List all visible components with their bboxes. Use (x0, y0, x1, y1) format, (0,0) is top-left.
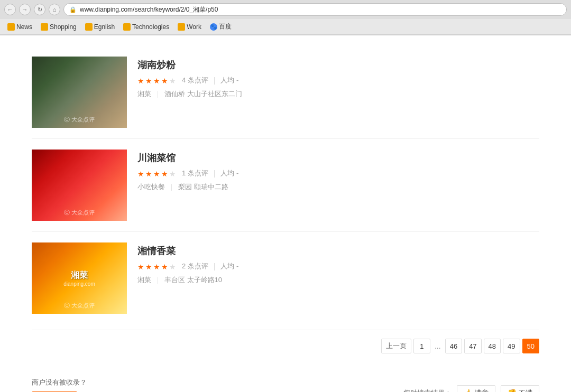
star-2-2: ★ (145, 170, 153, 177)
tag-divider-3: ｜ (154, 275, 161, 285)
stars-3: ★ ★ ★ ★ ★ (137, 263, 177, 270)
prev-page-button[interactable]: 上一页 (381, 339, 411, 353)
browser-nav: ← → ↻ ⌂ 🔒 www.dianping.com/search/keywor… (0, 0, 571, 19)
bookmark-label-work: Work (187, 23, 201, 31)
restaurant-info-2: 川湘菜馆 ★ ★ ★ ★ ★ 1 条点评 | 人均 - (137, 150, 539, 221)
restaurant-image-2[interactable]: Ⓒ 大众点评 (32, 150, 127, 221)
page-content: Ⓒ 大众点评 湖南炒粉 ★ ★ ★ ★ ★ 4 条点评 | (0, 35, 571, 392)
address-bar[interactable]: 🔒 www.dianping.com/search/keyword/2/0_湘菜… (63, 3, 567, 16)
stars-2: ★ ★ ★ ★ ★ (137, 170, 177, 177)
star-3-2: ★ (145, 263, 153, 270)
feedback-section: 您对搜索结果： 👍 满意 👎 不满 (403, 385, 539, 392)
restaurant-name-3[interactable]: 湘情香菜 (137, 245, 539, 257)
feedback-label: 您对搜索结果： (403, 388, 452, 392)
star-2-4: ★ (161, 170, 169, 177)
bookmark-news[interactable]: News (4, 22, 35, 32)
restaurant-item-1: Ⓒ 大众点评 湖南炒粉 ★ ★ ★ ★ ★ 4 条点评 | (32, 46, 539, 139)
page-btn-1[interactable]: 1 (413, 339, 430, 353)
bookmark-label-shopping: Shopping (50, 23, 77, 31)
page-btn-49[interactable]: 49 (503, 339, 520, 353)
thumbs-up-icon: 👍 (464, 389, 473, 392)
pagination-wrapper: 上一页 1 ... 46 47 48 49 50 (32, 330, 539, 362)
restaurant-name-1[interactable]: 湖南炒粉 (137, 59, 539, 71)
star-1-2: ★ (145, 77, 153, 84)
restaurant-name-2[interactable]: 川湘菜馆 (137, 152, 539, 164)
folder-icon-shopping (41, 23, 48, 31)
star-3-4: ★ (161, 263, 169, 270)
bookmark-label-news: News (16, 23, 32, 31)
no-merchant-text: 商户没有被收录？ (32, 378, 87, 387)
stars-1: ★ ★ ★ ★ ★ (137, 77, 177, 84)
restaurant-item-3: 湘菜 dianping.com Ⓒ 大众点评 湘情香菜 ★ ★ ★ ★ ★ (32, 232, 539, 324)
tag-divider-2: ｜ (168, 182, 175, 192)
avg-price-2: 人均 - (220, 169, 238, 178)
forward-button[interactable]: → (19, 4, 31, 15)
tag-1: 湘菜 (137, 89, 151, 99)
pagination: 上一页 1 ... 46 47 48 49 50 (381, 339, 539, 353)
rating-row-3: ★ ★ ★ ★ ★ 2 条点评 | 人均 - (137, 262, 539, 271)
unsatisfied-label: 不满 (519, 388, 532, 392)
divider-1: | (214, 76, 216, 85)
ellipsis: ... (432, 342, 443, 350)
bookmark-label-baidu: 百度 (219, 22, 232, 31)
star-2-5: ★ (169, 170, 177, 177)
folder-icon-work (178, 23, 185, 31)
browser-chrome: ← → ↻ ⌂ 🔒 www.dianping.com/search/keywor… (0, 0, 571, 35)
review-count-1: 4 条点评 (182, 76, 208, 85)
tags-row-1: 湘菜 ｜ 酒仙桥 大山子社区东二门 (137, 89, 539, 99)
content-wrapper: Ⓒ 大众点评 湖南炒粉 ★ ★ ★ ★ ★ 4 条点评 | (21, 35, 550, 392)
avg-price-1: 人均 - (220, 76, 238, 85)
review-count-3: 2 条点评 (182, 262, 208, 271)
location-2: 梨园 颐瑞中二路 (178, 182, 228, 192)
restaurant-info-1: 湖南炒粉 ★ ★ ★ ★ ★ 4 条点评 | 人均 - (137, 57, 539, 128)
reload-button[interactable]: ↻ (34, 4, 45, 15)
page-btn-48[interactable]: 48 (484, 339, 501, 353)
divider-3: | (214, 262, 216, 270)
paw-icon-baidu: 🐾 (210, 23, 217, 31)
restaurant-item-2: Ⓒ 大众点评 川湘菜馆 ★ ★ ★ ★ ★ 1 条点评 | (32, 139, 539, 232)
restaurant-info-3: 湘情香菜 ★ ★ ★ ★ ★ 2 条点评 | 人均 - (137, 242, 539, 314)
lock-icon: 🔒 (69, 6, 77, 13)
rating-row-1: ★ ★ ★ ★ ★ 4 条点评 | 人均 - (137, 76, 539, 85)
tag-3: 湘菜 (137, 275, 151, 285)
bookmark-shopping[interactable]: Shopping (38, 22, 80, 32)
restaurant-list: Ⓒ 大众点评 湖南炒粉 ★ ★ ★ ★ ★ 4 条点评 | (32, 46, 539, 324)
page-btn-47[interactable]: 47 (464, 339, 481, 353)
unsatisfied-button[interactable]: 👎 不满 (501, 385, 539, 392)
page-btn-50[interactable]: 50 (522, 339, 539, 353)
star-1-5: ★ (169, 77, 177, 84)
restaurant-image-3[interactable]: 湘菜 dianping.com Ⓒ 大众点评 (32, 242, 127, 314)
star-1-4: ★ (161, 77, 169, 84)
bottom-section: 商户没有被收录？ 添加商户 您对搜索结果： 👍 满意 👎 不满 (32, 367, 539, 392)
restaurant-image-1[interactable]: Ⓒ 大众点评 (32, 57, 127, 128)
bookmark-label-technologies: Technologies (132, 23, 169, 31)
tag-divider-1: ｜ (154, 89, 161, 99)
satisfied-button[interactable]: 👍 满意 (457, 385, 495, 392)
avg-price-3: 人均 - (220, 262, 238, 271)
bookmark-baidu[interactable]: 🐾 百度 (207, 21, 235, 32)
star-1-1: ★ (137, 77, 145, 84)
home-button[interactable]: ⌂ (49, 4, 60, 15)
add-merchant: 商户没有被收录？ 添加商户 (32, 378, 87, 392)
star-3-3: ★ (153, 263, 161, 270)
review-count-2: 1 条点评 (182, 169, 208, 178)
satisfied-label: 满意 (475, 388, 489, 392)
thumbs-down-icon: 👎 (508, 389, 517, 392)
location-1: 酒仙桥 大山子社区东二门 (164, 89, 242, 99)
bookmark-english[interactable]: Egnlish (82, 22, 118, 32)
url-text: www.dianping.com/search/keyword/2/0_湘菜/p… (80, 5, 218, 14)
back-button[interactable]: ← (4, 4, 16, 15)
location-3: 丰台区 太子岭路10 (164, 275, 222, 285)
bookmarks-bar: News Shopping Egnlish Technologies Work … (0, 19, 571, 35)
star-2-3: ★ (153, 170, 161, 177)
tags-row-2: 小吃快餐 ｜ 梨园 颐瑞中二路 (137, 182, 539, 192)
bookmark-technologies[interactable]: Technologies (120, 22, 172, 32)
tag-2: 小吃快餐 (137, 182, 165, 192)
folder-icon-technologies (123, 23, 131, 31)
star-2-1: ★ (137, 170, 145, 177)
tags-row-3: 湘菜 ｜ 丰台区 太子岭路10 (137, 275, 539, 285)
page-btn-46[interactable]: 46 (445, 339, 462, 353)
star-1-3: ★ (153, 77, 161, 84)
folder-icon-english (85, 23, 93, 31)
bookmark-work[interactable]: Work (174, 22, 205, 32)
